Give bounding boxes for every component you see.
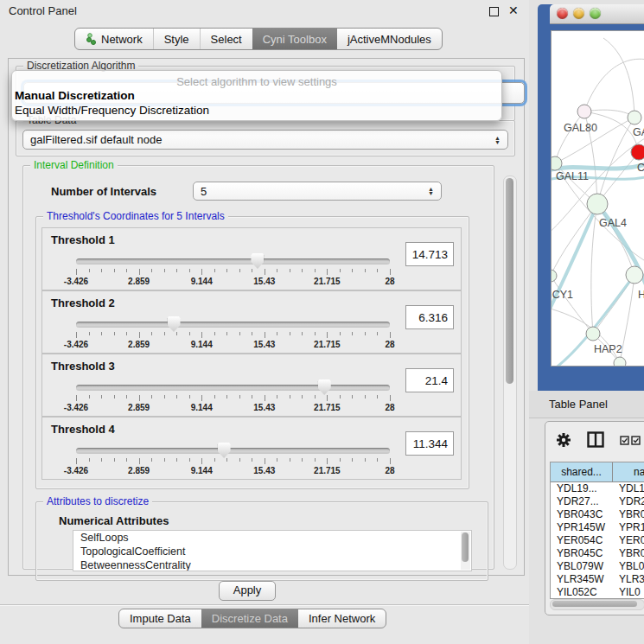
table-cell[interactable]: YBR043C (551, 508, 613, 521)
minimize-traffic-light-icon[interactable] (573, 8, 584, 19)
table-cell[interactable]: YDR27... (551, 495, 613, 508)
popup-item[interactable]: Manual Discretization (15, 89, 135, 102)
threshold-value-field[interactable]: 21.4 (405, 368, 454, 392)
slider-thumb[interactable] (168, 316, 181, 332)
network-window-titlebar[interactable] (550, 4, 644, 24)
checkbox-checked-icon[interactable] (631, 436, 641, 445)
slider-track[interactable] (76, 385, 390, 391)
table-cell[interactable]: YBR0 (613, 508, 644, 521)
list-scrollbar[interactable] (461, 532, 470, 570)
network-node[interactable] (631, 144, 644, 160)
table-cell[interactable]: YER0 (613, 534, 644, 547)
table-hscrollbar-thumb[interactable] (552, 601, 637, 607)
table-cell[interactable]: YIL0 (613, 586, 644, 599)
tab-select[interactable]: Select (200, 29, 252, 49)
list-scrollbar-thumb[interactable] (462, 532, 469, 562)
table-row[interactable]: YDL19...YDL1 (551, 482, 644, 495)
column-header[interactable]: na (613, 462, 644, 481)
control-panel-titlebar[interactable]: Control Panel ✕ (0, 0, 529, 22)
tab-infer-network[interactable]: Infer Network (298, 609, 386, 628)
popup-item[interactable]: Equal Width/Frequency Discretization (15, 104, 209, 117)
network-node[interactable] (628, 111, 641, 124)
table-cell[interactable]: YLR3 (613, 573, 644, 586)
tick-mark (126, 269, 127, 272)
table-cell[interactable]: YLR345W (551, 573, 613, 586)
threshold-slider[interactable]: -3.4262.8599.14415.4321.71528 (76, 445, 390, 475)
threshold-slider[interactable]: -3.4262.8599.14415.4321.71528 (76, 256, 390, 285)
apply-button[interactable]: Apply (219, 581, 276, 601)
group-title: Threshold's Coordinates for 5 Intervals (43, 210, 228, 222)
threshold-slider[interactable]: -3.4262.8599.14415.4321.71528 (76, 319, 390, 348)
table-data-combobox[interactable]: galFiltered.sif default node ▲▼ (22, 130, 508, 150)
table-row[interactable]: YBR045CYBR0 (551, 547, 644, 560)
tick-mark (352, 458, 353, 462)
split-view-icon[interactable] (587, 431, 604, 448)
threshold-value-field[interactable]: 11.344 (405, 431, 454, 456)
table-cell[interactable]: YBL0 (613, 560, 644, 573)
table-cell[interactable]: YBR045C (551, 547, 613, 560)
control-panel-window: Control Panel ✕ NetworkStyleSelectCyni T… (0, 0, 529, 644)
slider-thumb[interactable] (318, 379, 331, 395)
table-row[interactable]: YBL079WYBL0 (551, 560, 644, 573)
table-row[interactable]: YER054CYER0 (551, 534, 644, 547)
close-icon[interactable]: ✕ (508, 3, 519, 17)
tick-mark (114, 395, 115, 399)
tab-cyni-toolbox[interactable]: Cyni Toolbox (252, 29, 337, 49)
table-cell[interactable]: YDL1 (613, 482, 644, 495)
threshold-value-field[interactable]: 14.713 (405, 242, 454, 266)
table-cell[interactable]: YER054C (551, 534, 613, 547)
network-node[interactable] (626, 266, 643, 284)
close-traffic-light-icon[interactable] (557, 8, 568, 19)
zoom-traffic-light-icon[interactable] (590, 8, 601, 19)
network-node[interactable] (586, 327, 600, 341)
tab-jactivemnodules[interactable]: jActiveMNodules (337, 29, 442, 49)
table-cell[interactable]: YDL19... (551, 482, 613, 495)
slider-track[interactable] (76, 258, 390, 265)
network-node[interactable] (614, 357, 626, 366)
num-intervals-combobox[interactable]: 5 ▲▼ (193, 182, 442, 201)
network-canvas[interactable]: GAL80GACGAL11GAL4GCY1HHAP2 (551, 30, 644, 367)
threshold-slider[interactable]: -3.4262.8599.14415.4321.71528 (76, 382, 390, 411)
tick-mark (340, 269, 341, 272)
network-node[interactable] (552, 156, 562, 170)
slider-track[interactable] (76, 448, 390, 454)
separator (0, 604, 529, 606)
slider-thumb[interactable] (251, 253, 264, 269)
slider-thumb[interactable] (218, 443, 231, 458)
network-node[interactable] (577, 105, 591, 118)
tab-discretize-data[interactable]: Discretize Data (201, 609, 298, 628)
network-node[interactable] (552, 270, 557, 282)
numerical-attributes-list[interactable]: SelfLoopsTopologicalCoefficientBetweenne… (73, 530, 472, 571)
tick-mark (101, 269, 102, 272)
table-cell[interactable]: YDR2 (613, 495, 644, 508)
attribute-list-item[interactable]: TopologicalCoefficient (73, 545, 471, 558)
threshold-value-field[interactable]: 6.316 (405, 305, 454, 329)
table-cell[interactable]: YPR1 (613, 521, 644, 534)
panel-scrollbar-thumb[interactable] (506, 178, 513, 384)
table-row[interactable]: YIL052CYIL0 (551, 586, 644, 599)
tick-mark (377, 269, 378, 272)
float-window-icon[interactable] (489, 7, 499, 16)
table-cell[interactable]: YPR145W (551, 521, 613, 534)
table-cell[interactable]: YIL052C (551, 586, 613, 599)
panel-scrollbar[interactable] (503, 175, 517, 570)
tab-style[interactable]: Style (153, 29, 200, 49)
gear-icon[interactable] (556, 432, 571, 448)
column-header[interactable]: shared... (551, 462, 613, 481)
table-hscrollbar[interactable] (550, 599, 644, 610)
attribute-list-item[interactable]: SelfLoops (73, 531, 471, 545)
table-cell[interactable]: YBR0 (613, 547, 644, 560)
tab-network[interactable]: Network (75, 29, 153, 49)
table-cell[interactable]: YBL079W (551, 560, 613, 573)
tick-mark (365, 395, 366, 399)
table-row[interactable]: YBR043CYBR0 (551, 508, 644, 521)
tab-impute-data[interactable]: Impute Data (119, 609, 201, 628)
checkbox-checked-icon[interactable] (620, 436, 629, 445)
table-row[interactable]: YDR27...YDR2 (551, 495, 644, 508)
attribute-list-item[interactable]: BetweennessCentrality (73, 558, 471, 571)
network-node[interactable] (587, 194, 608, 214)
table-row[interactable]: YLR345WYLR3 (551, 573, 644, 586)
slider-track[interactable] (76, 322, 390, 328)
table-row[interactable]: YPR145WYPR1 (551, 521, 644, 534)
tick-mark (89, 458, 90, 462)
